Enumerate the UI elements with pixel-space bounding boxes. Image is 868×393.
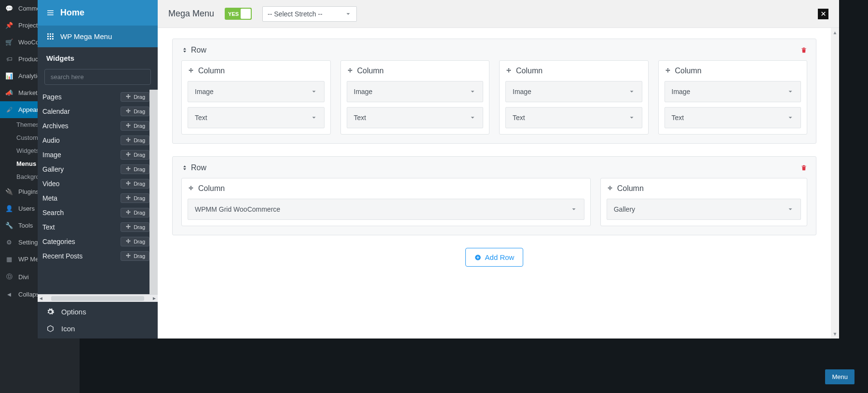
trash-icon[interactable]: [800, 47, 807, 54]
builder-column[interactable]: Column Gallery: [600, 178, 807, 226]
widget-block[interactable]: Text: [188, 107, 325, 128]
widget-block[interactable]: Image: [347, 81, 484, 102]
builder-column[interactable]: Column Image Text: [499, 60, 649, 135]
scroll-left-arrow[interactable]: ◄: [38, 296, 44, 301]
hamburger-icon: [46, 9, 54, 17]
widget-item-pages[interactable]: Pages Drag: [38, 90, 149, 104]
caret-down-icon[interactable]: [628, 88, 635, 95]
drag-button[interactable]: Drag: [121, 237, 149, 246]
widget-item-calendar[interactable]: Calendar Drag: [38, 104, 149, 119]
scrollbar-thumb[interactable]: [151, 90, 156, 152]
builder-column[interactable]: Column WPMM Grid WooCommerce: [181, 178, 591, 226]
builder-column[interactable]: Column Image Text: [340, 60, 490, 135]
widget-block[interactable]: Image: [665, 81, 801, 102]
chart-icon: 📊: [5, 72, 14, 80]
builder-column[interactable]: Column Image Text: [658, 60, 808, 135]
drag-button[interactable]: Drag: [121, 136, 149, 145]
mega-menu-toggle[interactable]: YES: [225, 8, 252, 20]
widget-block[interactable]: Gallery: [607, 199, 801, 220]
drag-button[interactable]: Drag: [121, 164, 149, 174]
move-icon: [125, 224, 132, 230]
icon-link[interactable]: Icon: [46, 325, 149, 333]
scroll-up-arrow[interactable]: ▲: [833, 30, 838, 35]
drag-label: Drag: [134, 123, 145, 129]
widget-block[interactable]: WPMM Grid WooCommerce: [188, 199, 584, 220]
add-row-label: Add Row: [485, 253, 515, 261]
caret-down-icon[interactable]: [311, 88, 317, 95]
widget-block[interactable]: Text: [505, 107, 642, 128]
wp-mega-menu-tab[interactable]: WP Mega Menu: [38, 26, 158, 47]
builder-row[interactable]: Row Column WPMM Grid WooCommerce Column …: [172, 156, 816, 235]
builder-row[interactable]: Row Column Image Text Column Image Text …: [172, 39, 816, 144]
builder-canvas[interactable]: Row Column Image Text Column Image Text …: [158, 28, 831, 339]
caret-down-icon[interactable]: [787, 88, 794, 95]
widget-item-audio[interactable]: Audio Drag: [38, 133, 149, 148]
move-icon[interactable]: [188, 185, 194, 192]
drag-button[interactable]: Drag: [121, 222, 149, 232]
trash-icon[interactable]: [800, 164, 807, 171]
drag-button[interactable]: Drag: [121, 179, 149, 189]
caret-down-icon[interactable]: [311, 114, 317, 121]
widget-block[interactable]: Text: [665, 107, 801, 128]
page-title: Mega Menu: [168, 9, 214, 19]
drag-button[interactable]: Drag: [121, 150, 149, 160]
widget-item-search[interactable]: Search Drag: [38, 205, 149, 220]
widget-item-gallery[interactable]: Gallery Drag: [38, 162, 149, 176]
save-menu-button[interactable]: Menu: [825, 369, 854, 384]
column-label: Column: [617, 184, 644, 193]
widget-label: Search: [42, 209, 64, 217]
widget-list-scroll[interactable]: Pages Drag Calendar Drag Archives Drag A…: [38, 90, 158, 294]
wp-menu-label: Divi: [18, 273, 29, 281]
widget-item-image[interactable]: Image Drag: [38, 148, 149, 162]
drag-button[interactable]: Drag: [121, 193, 149, 203]
woo-icon: 🛒: [5, 39, 14, 46]
horizontal-scrollbar[interactable]: ◄ ►: [38, 294, 158, 302]
move-icon[interactable]: [505, 68, 512, 74]
sort-icon[interactable]: [181, 47, 188, 54]
move-icon: [125, 151, 132, 158]
widget-item-recent-posts[interactable]: Recent Posts Drag: [38, 249, 149, 263]
drag-button[interactable]: Drag: [121, 208, 149, 217]
widget-name: Text: [195, 114, 207, 122]
search-input[interactable]: [44, 69, 151, 85]
caret-down-icon[interactable]: [628, 114, 635, 121]
hscroll-thumb[interactable]: [51, 296, 144, 301]
drag-button[interactable]: Drag: [121, 107, 149, 116]
caret-down-icon[interactable]: [469, 114, 476, 121]
canvas-scrollbar[interactable]: ▲ ▼: [831, 28, 839, 339]
drag-label: Drag: [134, 166, 145, 172]
widget-item-text[interactable]: Text Drag: [38, 220, 149, 234]
user-icon: 👤: [5, 205, 14, 212]
caret-down-icon[interactable]: [570, 206, 577, 213]
move-icon[interactable]: [347, 68, 353, 74]
close-button[interactable]: [818, 9, 828, 19]
add-row-button[interactable]: Add Row: [465, 248, 524, 267]
move-icon[interactable]: [665, 68, 671, 74]
caret-down-icon[interactable]: [787, 206, 794, 213]
stretch-select[interactable]: -- Select Stretch --: [262, 6, 357, 22]
wp-menu-label: Plugins: [18, 188, 39, 195]
move-icon[interactable]: [188, 68, 194, 74]
widget-item-categories[interactable]: Categories Drag: [38, 234, 149, 249]
widget-item-video[interactable]: Video Drag: [38, 176, 149, 191]
widget-name: Text: [513, 114, 525, 122]
widget-block[interactable]: Text: [347, 107, 484, 128]
move-icon[interactable]: [607, 185, 613, 192]
drag-button[interactable]: Drag: [121, 92, 149, 102]
caret-down-icon[interactable]: [787, 114, 794, 121]
collapse-icon: ◄: [5, 291, 14, 298]
drag-button[interactable]: Drag: [121, 121, 149, 131]
scroll-right-arrow[interactable]: ►: [151, 296, 158, 301]
scroll-down-arrow[interactable]: ▼: [833, 331, 838, 337]
home-header[interactable]: Home: [38, 0, 158, 26]
widget-item-archives[interactable]: Archives Drag: [38, 119, 149, 133]
builder-column[interactable]: Column Image Text: [181, 60, 331, 135]
widget-block[interactable]: Image: [188, 81, 325, 102]
move-icon: [125, 166, 132, 173]
options-link[interactable]: Options: [46, 308, 149, 316]
sort-icon[interactable]: [181, 164, 188, 171]
drag-button[interactable]: Drag: [121, 251, 149, 261]
widget-item-meta[interactable]: Meta Drag: [38, 191, 149, 205]
widget-block[interactable]: Image: [505, 81, 642, 102]
caret-down-icon[interactable]: [469, 88, 476, 95]
